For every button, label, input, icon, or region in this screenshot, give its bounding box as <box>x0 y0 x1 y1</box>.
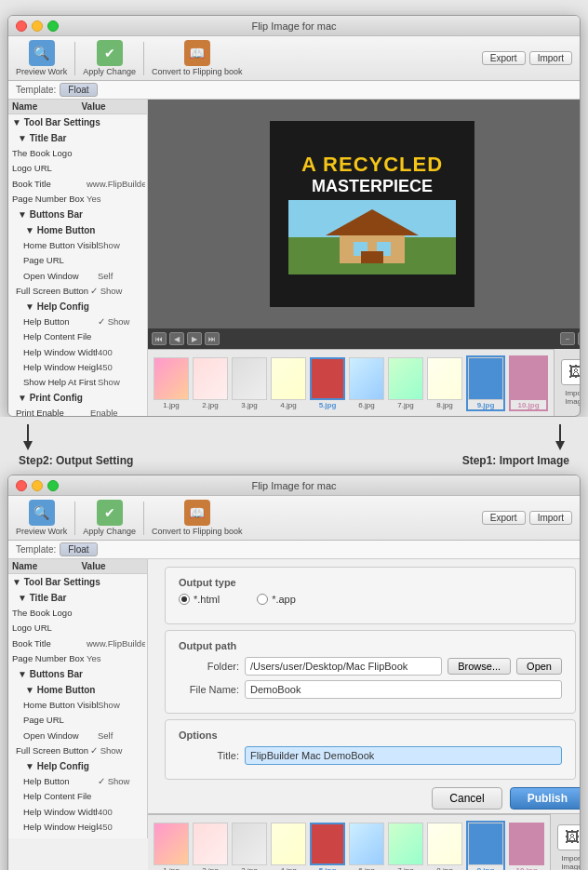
apply-button-2[interactable]: ✔ Apply Change <box>83 500 136 536</box>
thumb2-3[interactable]: 3.jpg <box>232 823 267 871</box>
tree2-home-button[interactable]: ▼ Home Button <box>8 682 147 698</box>
tree2-page-url[interactable]: Page URL <box>8 713 147 728</box>
folder-input[interactable] <box>245 657 442 676</box>
html-option[interactable]: *.html <box>179 594 220 605</box>
tree-page-url[interactable]: Page URL <box>8 253 147 268</box>
tree2-help-height[interactable]: Help Window Height450 <box>8 820 147 835</box>
float-tab[interactable]: Float <box>60 83 97 97</box>
tree2-help-config[interactable]: ▼ Help Config <box>8 758 147 774</box>
apply-button[interactable]: ✔ Apply Change <box>83 40 136 76</box>
prev-first-btn[interactable]: ⏮ <box>152 332 167 345</box>
close-button[interactable] <box>16 20 27 32</box>
tree-book-logo[interactable]: The Book Logo <box>8 146 147 161</box>
app-option[interactable]: *.app <box>257 594 296 605</box>
prev-back-btn[interactable]: ◀ <box>169 332 184 345</box>
tree-help-content[interactable]: Help Content File <box>8 329 147 344</box>
tree-logo-url[interactable]: Logo URL <box>8 161 147 176</box>
export-button-2[interactable]: Export <box>482 511 526 525</box>
tree2-title-bar[interactable]: ▼ Title Bar <box>8 590 147 606</box>
browse-button[interactable]: Browse... <box>448 658 511 675</box>
tree2-help-width[interactable]: Help Window Width400 <box>8 805 147 820</box>
zoom-in-btn[interactable]: + <box>578 332 581 345</box>
float-tab-2[interactable]: Float <box>60 542 97 556</box>
template-bar-2: Template: Float <box>8 541 580 559</box>
prev-last-btn[interactable]: ⏭ <box>205 332 220 345</box>
thumb2-4[interactable]: 4.jpg <box>271 823 306 871</box>
zoom-out-btn[interactable]: − <box>560 332 575 345</box>
import-image-button[interactable]: 🖼 Import Image <box>554 349 581 416</box>
tree2-buttons-bar[interactable]: ▼ Buttons Bar <box>8 666 147 682</box>
import-image-button-2[interactable]: 🖼 Import Image <box>550 814 581 870</box>
thumb-1[interactable]: 1.jpg <box>154 357 189 409</box>
maximize-button-2[interactable] <box>47 480 59 491</box>
thumb2-2[interactable]: 2.jpg <box>193 823 228 871</box>
thumb2-1[interactable]: 1.jpg <box>154 823 189 871</box>
prev-forward-btn[interactable]: ▶ <box>187 332 202 345</box>
preview-button[interactable]: 🔍 Preview Work <box>16 40 67 76</box>
thumb-8[interactable]: 8.jpg <box>427 357 462 409</box>
tree-help-width[interactable]: Help Window Width400 <box>8 345 147 360</box>
tree-home-visible[interactable]: Home Button VisibleShow <box>8 238 147 253</box>
tree2-home-visible[interactable]: Home Button VisibleShow <box>8 698 147 713</box>
tree-show-help[interactable]: Show Help At FirstShow <box>8 375 147 390</box>
tree2-help-button[interactable]: Help Button✓ Show <box>8 774 147 789</box>
thumb-10[interactable]: 10.jpg <box>509 355 548 411</box>
tree2-page-number[interactable]: Page Number Box On...Yes <box>8 651 147 666</box>
tree-home-button[interactable]: ▼ Home Button <box>8 222 147 238</box>
tree2-logo-url[interactable]: Logo URL <box>8 621 147 636</box>
import-button-toolbar-2[interactable]: Import <box>529 511 572 525</box>
thumb2-10[interactable]: 10.jpg <box>509 823 544 871</box>
panel-header-2: Name Value <box>8 559 147 574</box>
publish-button[interactable]: Publish <box>510 787 581 810</box>
tree-full-screen[interactable]: Full Screen Button✓ Show <box>8 284 147 299</box>
tree2-full-screen[interactable]: Full Screen Button✓ Show <box>8 743 147 758</box>
thumb2-8[interactable]: 8.jpg <box>427 823 462 871</box>
close-button-2[interactable] <box>16 480 27 491</box>
tree-help-height[interactable]: Help Window Height450 <box>8 360 147 375</box>
tree-print-config[interactable]: ▼ Print Config <box>8 390 147 406</box>
filename-input[interactable] <box>245 680 562 699</box>
app-radio[interactable] <box>257 594 268 605</box>
export-button[interactable]: Export <box>482 51 526 65</box>
tree-page-number[interactable]: Page Number Box On...Yes <box>8 192 147 207</box>
minimize-button[interactable] <box>32 20 43 32</box>
tree2-toolbar-settings[interactable]: ▼ Tool Bar Settings <box>8 574 147 590</box>
convert-button[interactable]: 📖 Convert to Flipping book <box>152 40 243 76</box>
tree-print-enable[interactable]: Print EnableEnable <box>8 406 147 416</box>
html-radio[interactable] <box>179 594 190 605</box>
tree2-open-window[interactable]: Open WindowSelf <box>8 729 147 743</box>
tree-book-title[interactable]: Book Titlewww.FlipBuilde... <box>8 177 147 192</box>
tree-buttons-bar[interactable]: ▼ Buttons Bar <box>8 207 147 222</box>
thumb2-7[interactable]: 7.jpg <box>388 823 423 871</box>
open-button[interactable]: Open <box>516 658 562 675</box>
title-input[interactable] <box>245 746 562 765</box>
thumb2-5[interactable]: 5.jpg <box>310 823 345 871</box>
maximize-button[interactable] <box>47 20 59 32</box>
tree2-book-title[interactable]: Book Titlewww.FlipBuilde... <box>8 636 147 651</box>
thumb-6[interactable]: 6.jpg <box>349 357 384 409</box>
panel-value-header-2: Value <box>78 559 148 573</box>
thumb-2[interactable]: 2.jpg <box>193 357 228 409</box>
import-image-label-2: Import Image <box>551 854 581 870</box>
tree-help-button[interactable]: Help Button✓ Show <box>8 315 147 329</box>
thumb-5[interactable]: 5.jpg <box>310 357 345 409</box>
thumb2-6[interactable]: 6.jpg <box>349 823 384 871</box>
tree-help-config[interactable]: ▼ Help Config <box>8 299 147 315</box>
thumbnail-strip-2: 1.jpg 2.jpg 3.jpg <box>148 814 550 870</box>
thumb-4[interactable]: 4.jpg <box>271 357 306 409</box>
tree2-help-content[interactable]: Help Content File <box>8 789 147 804</box>
thumb2-9[interactable]: 9.jpg <box>466 821 505 871</box>
cancel-button[interactable]: Cancel <box>432 787 501 810</box>
tree-title-bar[interactable]: ▼ Title Bar <box>8 130 147 146</box>
tree2-book-logo[interactable]: The Book Logo <box>8 606 147 621</box>
import-button-toolbar[interactable]: Import <box>529 51 572 65</box>
convert-button-2[interactable]: 📖 Convert to Flipping book <box>152 500 243 536</box>
thumb-9[interactable]: 9.jpg <box>466 355 505 411</box>
minimize-button-2[interactable] <box>32 480 43 491</box>
preview-button-2[interactable]: 🔍 Preview Work <box>16 500 67 536</box>
tree-toolbar-settings[interactable]: ▼ Tool Bar Settings <box>8 114 147 130</box>
thumb-3[interactable]: 3.jpg <box>232 357 267 409</box>
thumb-7[interactable]: 7.jpg <box>388 357 423 409</box>
tree2-show-help[interactable]: Show Help At FirstShow <box>8 835 147 838</box>
tree-open-window[interactable]: Open WindowSelf <box>8 269 147 284</box>
